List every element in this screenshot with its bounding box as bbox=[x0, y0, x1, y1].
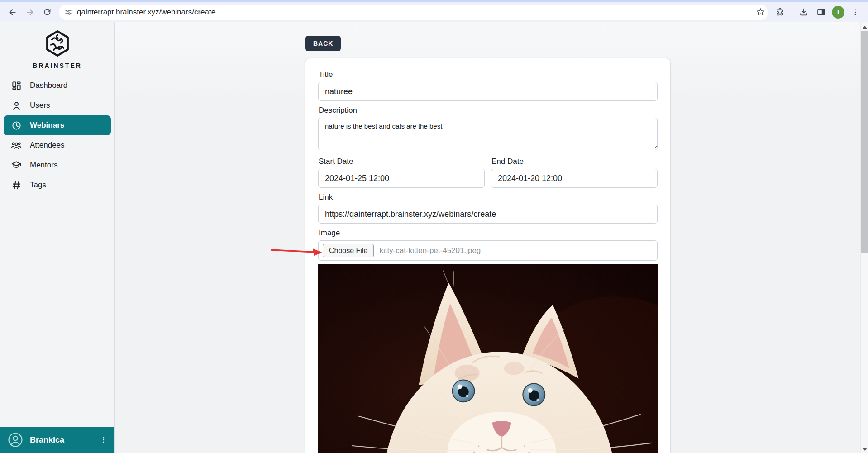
sidebar-item-webinars[interactable]: Webinars bbox=[4, 115, 111, 135]
extensions-icon[interactable] bbox=[772, 4, 788, 20]
link-input[interactable] bbox=[318, 205, 658, 224]
scrollbar-down-icon[interactable] bbox=[861, 445, 868, 453]
user-menu-kebab-icon[interactable] bbox=[100, 436, 107, 444]
browser-menu-kebab-icon[interactable] bbox=[847, 4, 863, 20]
brand-name: BRAINSTER bbox=[0, 62, 114, 69]
clock-icon bbox=[11, 120, 22, 131]
browser-toolbar: qainterrapt.brainster.xyz/webinars/creat… bbox=[0, 2, 868, 22]
start-date-label: Start Date bbox=[319, 157, 485, 166]
sidebar-item-label: Attendees bbox=[30, 141, 65, 150]
scrollbar-up-icon[interactable] bbox=[861, 23, 868, 31]
sidebar-item-dashboard[interactable]: Dashboard bbox=[4, 76, 111, 95]
bookmark-star-icon[interactable] bbox=[756, 7, 765, 17]
selected-filename: kitty-cat-kitten-pet-45201.jpeg bbox=[379, 246, 481, 255]
webinar-form-card: Title Description nature is the best and… bbox=[305, 58, 670, 453]
sidebar-item-mentors[interactable]: Mentors bbox=[4, 155, 111, 175]
user-name: Brankica bbox=[30, 435, 64, 445]
sidebar: BRAINSTER Dashboard Users bbox=[0, 22, 115, 453]
site-settings-icon[interactable] bbox=[64, 8, 72, 16]
image-label: Image bbox=[319, 229, 658, 238]
people-icon bbox=[11, 140, 22, 151]
profile-avatar[interactable]: I bbox=[830, 4, 846, 20]
description-label: Description bbox=[319, 106, 658, 115]
sidebar-item-tags[interactable]: Tags bbox=[4, 175, 111, 195]
end-date-input[interactable] bbox=[491, 169, 658, 188]
address-bar[interactable]: qainterrapt.brainster.xyz/webinars/creat… bbox=[59, 5, 768, 20]
choose-file-button[interactable]: Choose File bbox=[323, 244, 374, 257]
forward-icon[interactable] bbox=[22, 4, 38, 20]
user-avatar-icon bbox=[7, 432, 24, 448]
toolbar-separator bbox=[792, 7, 792, 17]
sidebar-item-label: Dashboard bbox=[30, 81, 67, 90]
image-file-input[interactable]: Choose File kitty-cat-kitten-pet-45201.j… bbox=[318, 240, 658, 261]
end-date-label: End Date bbox=[491, 157, 658, 166]
hash-icon bbox=[11, 180, 22, 191]
back-icon[interactable] bbox=[5, 4, 21, 20]
page-scrollbar[interactable] bbox=[860, 22, 868, 453]
graduation-cap-icon bbox=[11, 160, 22, 171]
start-date-input[interactable] bbox=[318, 169, 485, 188]
sidebar-item-users[interactable]: Users bbox=[4, 95, 111, 115]
title-label: Title bbox=[319, 70, 658, 79]
side-panel-icon[interactable] bbox=[813, 4, 829, 20]
back-button[interactable]: BACK bbox=[305, 36, 341, 51]
user-icon bbox=[11, 100, 22, 111]
link-label: Link bbox=[319, 193, 658, 202]
dashboard-icon bbox=[11, 80, 22, 91]
scrollbar-thumb[interactable] bbox=[861, 31, 868, 253]
brain-logo-icon bbox=[43, 29, 72, 57]
download-icon[interactable] bbox=[796, 4, 812, 20]
sidebar-item-label: Users bbox=[30, 101, 50, 110]
sidebar-item-label: Webinars bbox=[30, 121, 64, 130]
url-text[interactable]: qainterrapt.brainster.xyz/webinars/creat… bbox=[77, 8, 751, 17]
webinar-image-preview bbox=[318, 264, 658, 453]
sidebar-item-label: Tags bbox=[30, 181, 46, 190]
title-input[interactable] bbox=[318, 82, 658, 101]
sidebar-nav: Dashboard Users Webinars bbox=[0, 76, 114, 195]
brainster-logo[interactable]: BRAINSTER bbox=[0, 22, 114, 76]
kitten-photo bbox=[318, 264, 658, 453]
profile-avatar-letter: I bbox=[832, 6, 844, 19]
sidebar-item-label: Mentors bbox=[30, 161, 57, 170]
sidebar-item-attendees[interactable]: Attendees bbox=[4, 135, 111, 155]
description-textarea[interactable]: nature is the best and cats are the best bbox=[318, 118, 658, 150]
reload-icon[interactable] bbox=[39, 4, 55, 20]
sidebar-user-footer: Brankica bbox=[0, 427, 114, 453]
main-content: BACK Title Description nature is the bes… bbox=[115, 22, 868, 453]
